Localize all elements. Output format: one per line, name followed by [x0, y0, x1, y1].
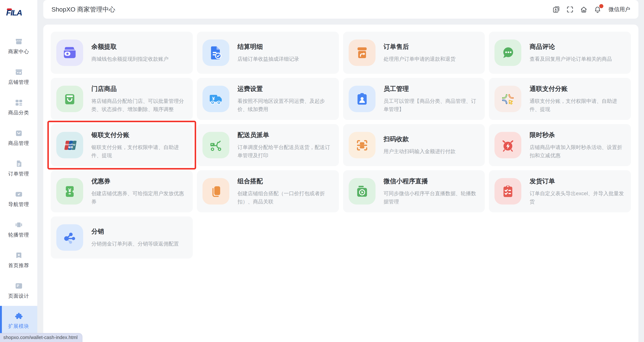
- sidebar-item-label: 商品管理: [8, 140, 29, 147]
- feature-grid: 余额提取 商城钱包余额提现到指定收款账户 结算明细 店铺订单收益抽成详细记录 订…: [43, 24, 638, 266]
- bell-icon[interactable]: [594, 5, 602, 13]
- feature-card-employee[interactable]: 员工管理 员工可以管理【商品分类、商品管理、订单管理】: [343, 78, 485, 120]
- card-title: 余额提取: [91, 42, 168, 51]
- feature-card-aftersale[interactable]: 订单售后 处理用户订单申请的退款和退货: [343, 32, 485, 74]
- sidebar-item-goods-category[interactable]: 商品分类: [0, 92, 37, 123]
- sidebar-item-home-recommend[interactable]: 首页推荐: [0, 245, 37, 275]
- feature-card-flash-sale[interactable]: 限时秒杀 店铺商品申请加入限时秒杀活动、设置折扣和立减优惠: [489, 124, 631, 166]
- card-title: 微信小程序直播: [384, 177, 479, 186]
- card-info: 优惠券 创建店铺优惠券、可给指定用户发放优惠券: [83, 177, 187, 206]
- store-manage-icon: [14, 68, 23, 76]
- ship-icon: [495, 178, 522, 205]
- card-info: 商品评论 查看及回复用户评论订单相关的商品: [522, 42, 612, 63]
- card-desc: 店铺商品申请加入限时秒杀活动、设置折扣和立减优惠: [530, 143, 625, 159]
- card-title: 配送员派单: [238, 131, 333, 139]
- card-title: 订单售后: [384, 42, 456, 51]
- sidebar-item-nav-manage[interactable]: 导航管理: [0, 184, 37, 214]
- card-desc: 店铺订单收益抽成详细记录: [238, 55, 299, 63]
- card-info: 员工管理 员工可以管理【商品分类、商品管理、订单管理】: [375, 85, 479, 113]
- notification-dot: [599, 4, 603, 8]
- card-title: 运费设置: [238, 85, 333, 93]
- card-desc: 员工可以管理【商品分类、商品管理、订单管理】: [384, 97, 479, 113]
- recommend-icon: [14, 251, 23, 260]
- card-info: 扫码收款 用户主动扫码输入金额进行付款: [375, 135, 456, 156]
- sidebar-item-label: 扩展模块: [8, 323, 29, 330]
- feature-card-wechat-live[interactable]: 微信小程序直播 可同步微信小程序平台直播数据、轮播数据管理: [343, 170, 485, 212]
- feature-card-store-goods[interactable]: 门店商品 将店铺商品分配给门店、可以批量管理分类、状态操作、增加删除、顺序调整: [51, 78, 193, 120]
- topbar: ShopXO 商家管理中心 A: [43, 0, 638, 19]
- feature-card-courier[interactable]: 配送员派单 订单调度分配给平台配送员送货，配送订单管理及打印: [197, 124, 339, 166]
- feature-card-coupon[interactable]: ¥ 优惠券 创建店铺优惠券、可给指定用户发放优惠券: [51, 170, 193, 212]
- card-title: 结算明细: [238, 42, 299, 51]
- feature-card-settlement[interactable]: 结算明细 店铺订单收益抽成详细记录: [197, 32, 339, 74]
- card-desc: 看按照不同地区设置不同运费、及起步价、续加费用: [238, 97, 333, 113]
- card-info: 配送员派单 订单调度分配给平台配送员送货，配送订单管理及打印: [229, 131, 333, 159]
- card-title: 商品评论: [530, 42, 612, 51]
- sidebar-item-order-manage[interactable]: 订单管理: [0, 153, 37, 184]
- card-info: 余额提取 商城钱包余额提现到指定收款账户: [83, 42, 168, 63]
- card-desc: 订单自定义表头导出excel、并导入批量发货: [530, 190, 625, 206]
- courier-icon: [202, 132, 229, 158]
- coupon-icon: ¥: [56, 178, 83, 205]
- card-desc: 创建店铺组合搭配（一口价打包或者折扣）、商品关联: [238, 190, 333, 206]
- brand-text: FILA: [6, 8, 22, 16]
- sidebar-item-store-manage[interactable]: 店铺管理: [0, 61, 37, 92]
- feature-card-freight[interactable]: ¥ 运费设置 看按照不同地区设置不同运费、及起步价、续加费用: [197, 78, 339, 120]
- home-icon[interactable]: [580, 5, 588, 13]
- sidebar-item-carousel-manage[interactable]: 轮播管理: [0, 214, 37, 245]
- card-desc: 通联支付分账，支付权限申请、自助进件、提现: [530, 97, 625, 113]
- settlement-icon: [202, 39, 229, 66]
- order-icon: [14, 159, 23, 168]
- card-title: 分销: [91, 227, 179, 236]
- fullscreen-icon[interactable]: [566, 5, 574, 13]
- aftersale-icon: [348, 39, 375, 66]
- feature-card-wallet-cash[interactable]: 余额提取 商城钱包余额提现到指定收款账户: [51, 32, 193, 74]
- card-title: 组合搭配: [238, 177, 333, 186]
- sidebar-item-page-design[interactable]: 页面设计: [0, 275, 37, 306]
- svg-text:¥: ¥: [68, 187, 72, 193]
- sidebar-item-label: 商家中心: [8, 48, 29, 55]
- unionpay-icon: UnionPay银联: [56, 132, 83, 158]
- card-info: 通联支付分账 通联支付分账，支付权限申请、自助进件、提现: [522, 85, 625, 113]
- sidebar-item-label: 轮播管理: [8, 232, 29, 238]
- card-info: 银联支付分账 银联支付分账，支付权限申请、自助进件、提现: [83, 131, 187, 159]
- sidebar-item-label: 店铺管理: [8, 79, 29, 86]
- feature-card-unionpay[interactable]: UnionPay银联 银联支付分账 银联支付分账，支付权限申请、自助进件、提现: [51, 124, 193, 166]
- card-desc: 商城钱包余额提现到指定收款账户: [91, 55, 168, 63]
- svg-text:UnionPay: UnionPay: [64, 143, 75, 146]
- goods-icon: [14, 129, 23, 137]
- feature-card-scan-pay[interactable]: 扫码收款 用户主动扫码输入金额进行付款: [343, 124, 485, 166]
- user-menu[interactable]: 微信用户: [608, 6, 630, 13]
- feature-card-combo[interactable]: 组合搭配 创建店铺组合搭配（一口价打包或者折扣）、商品关联: [197, 170, 339, 212]
- card-desc: 订单调度分配给平台配送员送货，配送订单管理及打印: [238, 143, 333, 159]
- allinpay-icon: [495, 86, 522, 112]
- fila-logo: FILA: [0, 8, 37, 16]
- card-info: 门店商品 将店铺商品分配给门店、可以批量管理分类、状态操作、增加删除、顺序调整: [83, 85, 187, 113]
- sidebar-menu: 商家中心 店铺管理 商品分类 商品管理 订单管理 导航管理 轮播管理 首页推荐 …: [0, 31, 37, 342]
- feature-card-allinpay[interactable]: 通联支付分账 通联支付分账，支付权限申请、自助进件、提现: [489, 78, 631, 120]
- card-desc: 用户主动扫码输入金额进行付款: [384, 148, 456, 156]
- feature-card-distribution[interactable]: 分销 分销佣金订单列表、分销等级返佣配置: [51, 216, 193, 259]
- sidebar-item-merchant-center[interactable]: 商家中心: [0, 31, 37, 61]
- translate-icon[interactable]: A: [552, 5, 560, 13]
- scan-icon: [348, 132, 375, 158]
- card-info: 订单售后 处理用户订单申请的退款和退货: [375, 42, 456, 63]
- shopxo-admin-page: FILA 商家中心 店铺管理 商品分类 商品管理 订单管理 导航管理 轮播管理 …: [0, 0, 644, 342]
- svg-text:¥: ¥: [212, 96, 215, 101]
- feature-card-review[interactable]: 商品评论 查看及回复用户评论订单相关的商品: [489, 32, 631, 74]
- sidebar-item-goods-manage[interactable]: 商品管理: [0, 123, 37, 153]
- link-status-bar: shopxo.com/wallet-cash-index.html: [0, 333, 82, 342]
- card-desc: 分销佣金订单列表、分销等级返佣配置: [91, 240, 179, 248]
- category-icon: [14, 98, 23, 107]
- card-desc: 可同步微信小程序平台直播数据、轮播数据管理: [384, 190, 479, 206]
- feature-card-ship-order[interactable]: 发货订单 订单自定义表头导出excel、并导入批量发货: [489, 170, 631, 212]
- sidebar-item-label: 首页推荐: [8, 262, 29, 269]
- card-desc: 查看及回复用户评论订单相关的商品: [530, 55, 612, 63]
- card-info: 微信小程序直播 可同步微信小程序平台直播数据、轮播数据管理: [375, 177, 479, 206]
- store-goods-icon: [56, 86, 83, 112]
- card-title: 通联支付分账: [530, 85, 625, 93]
- card-info: 分销 分销佣金订单列表、分销等级返佣配置: [83, 227, 179, 248]
- page-title: ShopXO 商家管理中心: [52, 5, 115, 13]
- card-title: 发货订单: [530, 177, 625, 186]
- sidebar-item-label: 商品分类: [8, 109, 29, 116]
